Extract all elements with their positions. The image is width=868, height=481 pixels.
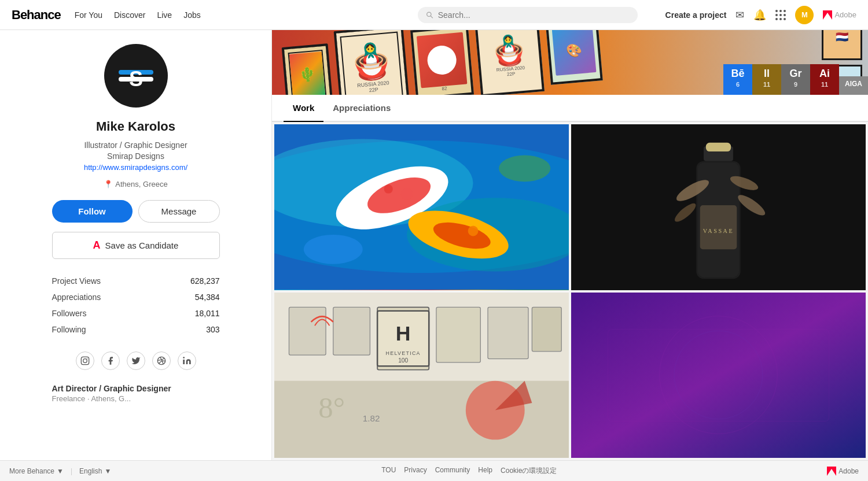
social-icons bbox=[76, 352, 196, 370]
purple-svg bbox=[571, 293, 866, 458]
message-button[interactable]: Message bbox=[138, 200, 220, 223]
profile-logo-svg: S bbox=[119, 58, 153, 93]
badge-abbr-aiga: AIGA bbox=[845, 80, 862, 88]
stat-following: Following 303 bbox=[52, 321, 220, 338]
dribbble-icon[interactable] bbox=[152, 352, 171, 370]
adobe-logo: Adobe bbox=[823, 10, 856, 20]
save-candidate-button[interactable]: A Save as Candidate bbox=[52, 232, 220, 259]
stamp-3: 82 bbox=[410, 30, 474, 95]
stat-value-views: 628,237 bbox=[190, 276, 220, 286]
grid-dot bbox=[775, 14, 778, 16]
nav-discover[interactable]: Discover bbox=[114, 10, 145, 20]
skill-badge-aiga: AIGA bbox=[839, 76, 868, 95]
svg-point-9 bbox=[87, 358, 87, 359]
koi-svg bbox=[274, 124, 569, 290]
project-card-purple[interactable] bbox=[571, 293, 866, 458]
profile-role-subtitle: Freelance · Athens, G... bbox=[52, 394, 220, 403]
svg-rect-41 bbox=[436, 307, 480, 362]
profile-website-link[interactable]: http://www.smirapdesigns.com/ bbox=[84, 163, 187, 172]
bottle-svg: VASSAE bbox=[571, 124, 866, 290]
bottle-bg: VASSAE bbox=[571, 124, 866, 290]
koi-bg bbox=[274, 124, 569, 290]
project-card-koi[interactable] bbox=[274, 124, 569, 290]
svg-marker-3 bbox=[823, 10, 829, 20]
stat-value-appreciations: 54,384 bbox=[195, 293, 220, 302]
content-tabs: Work Appreciations bbox=[272, 95, 868, 122]
avatar: S bbox=[104, 44, 168, 108]
tab-work[interactable]: Work bbox=[284, 95, 323, 122]
create-project-button[interactable]: Create a project bbox=[665, 10, 727, 20]
nav-right: Create a project ✉ 🔔 M Adobe bbox=[665, 6, 856, 24]
stat-label-followers: Followers bbox=[52, 309, 87, 318]
profile-stats: Project Views 628,237 Appreciations 54,3… bbox=[52, 273, 220, 338]
profile-name: Mike Karolos bbox=[96, 119, 175, 134]
svg-rect-52 bbox=[571, 293, 866, 458]
svg-rect-35 bbox=[706, 143, 731, 151]
skill-badge-behance: Bē 6 bbox=[723, 64, 752, 95]
svg-rect-30 bbox=[700, 205, 737, 249]
sidebar: S Mike Karolos Illustrator / Graphic Des… bbox=[0, 30, 272, 460]
badge-count-behance: 6 bbox=[736, 81, 740, 88]
badge-abbr-ai: Ai bbox=[819, 68, 830, 80]
stamp-small-1: 🇳🇱 bbox=[822, 30, 862, 60]
grid-dot bbox=[779, 18, 782, 20]
geo-svg: H HELVETICA 100 8° 1.82 bbox=[274, 293, 569, 458]
svg-point-24 bbox=[304, 235, 363, 264]
svg-text:1.82: 1.82 bbox=[363, 413, 380, 423]
profile-actions: Follow Message bbox=[52, 200, 220, 223]
purple-bg bbox=[571, 293, 866, 458]
stat-value-following: 303 bbox=[206, 325, 219, 334]
instagram-icon[interactable] bbox=[76, 352, 94, 370]
stat-value-followers: 18,011 bbox=[195, 309, 220, 318]
svg-rect-39 bbox=[333, 307, 370, 355]
badge-abbr-behance: Bē bbox=[731, 68, 744, 80]
project-card-bottle[interactable]: VASSAE bbox=[571, 124, 866, 290]
svg-text:HELVETICA: HELVETICA bbox=[386, 350, 421, 356]
svg-text:H: H bbox=[396, 321, 411, 345]
skill-badge-ai: Ai 11 bbox=[810, 64, 839, 95]
stat-label-appreciations: Appreciations bbox=[52, 293, 101, 302]
stat-project-views: Project Views 628,237 bbox=[52, 273, 220, 289]
messages-icon[interactable]: ✉ bbox=[735, 9, 744, 21]
stamp-2: 🪆 RUSSIA 2020 22Р bbox=[334, 30, 410, 95]
search-input[interactable] bbox=[438, 10, 630, 20]
svg-point-21 bbox=[401, 188, 413, 200]
grid-dot bbox=[784, 14, 786, 16]
stat-label-views: Project Views bbox=[52, 276, 101, 286]
apps-grid-icon[interactable] bbox=[775, 10, 786, 20]
nav-for-you[interactable]: For You bbox=[75, 10, 102, 20]
linkedin-icon[interactable] bbox=[178, 352, 196, 370]
stat-label-following: Following bbox=[52, 325, 86, 334]
nav-live[interactable]: Live bbox=[157, 10, 172, 20]
notifications-icon[interactable]: 🔔 bbox=[753, 9, 766, 21]
facebook-icon[interactable] bbox=[101, 352, 120, 370]
stat-appreciations: Appreciations 54,384 bbox=[52, 289, 220, 305]
skills-badges: Bē 6 Il 11 Gr 9 Ai 11 bbox=[723, 64, 868, 95]
project-card-geo[interactable]: H HELVETICA 100 8° 1.82 bbox=[274, 293, 569, 458]
search-bar[interactable] bbox=[418, 7, 638, 23]
stat-followers: Followers 18,011 bbox=[52, 305, 220, 321]
profile-banner: 🌵 🪆 RUSSIA 2020 22Р bbox=[272, 30, 868, 95]
user-avatar[interactable]: M bbox=[795, 6, 814, 24]
svg-text:8°: 8° bbox=[318, 391, 345, 424]
badge-count-gr: 9 bbox=[794, 81, 797, 88]
adobe-a-icon: A bbox=[93, 239, 101, 251]
main-area: 🌵 🪆 RUSSIA 2020 22Р bbox=[272, 30, 868, 460]
skill-badge-illustrator: Il 11 bbox=[752, 64, 781, 95]
follow-button[interactable]: Follow bbox=[52, 200, 133, 223]
twitter-icon[interactable] bbox=[127, 352, 145, 370]
badge-count-ai: 11 bbox=[821, 81, 828, 88]
svg-point-22 bbox=[384, 185, 393, 194]
geo-bg: H HELVETICA 100 8° 1.82 bbox=[274, 293, 569, 458]
stamp-row: 🌵 🪆 RUSSIA 2020 22Р bbox=[272, 30, 616, 95]
profile-company: Smirap Designs bbox=[107, 151, 164, 161]
nav-jobs[interactable]: Jobs bbox=[183, 10, 201, 20]
tab-appreciations[interactable]: Appreciations bbox=[323, 95, 400, 122]
svg-rect-38 bbox=[289, 307, 326, 355]
svg-text:VASSAE: VASSAE bbox=[703, 228, 734, 235]
brand-logo[interactable]: Behance bbox=[12, 8, 61, 23]
grid-dot bbox=[775, 18, 778, 20]
projects-grid: VASSAE bbox=[272, 122, 868, 460]
grid-dot bbox=[784, 18, 786, 20]
pin-icon: 📍 bbox=[104, 180, 113, 188]
